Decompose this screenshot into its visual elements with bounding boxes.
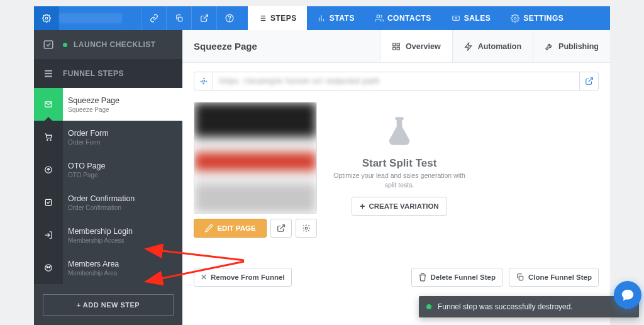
step-title: Order Form [68,129,177,138]
page-settings-button[interactable] [296,219,317,238]
btn-label: EDIT PAGE [217,224,255,232]
svg-point-26 [45,265,52,272]
create-variation-button[interactable]: + CREATE VARIATION [352,197,447,216]
btn-label: Remove From Funnel [211,273,285,281]
tab-steps[interactable]: STEPS [248,6,307,30]
svg-point-22 [47,140,48,140]
tab-stats[interactable]: STATS [307,6,365,30]
step-title: Order Confirmation [68,194,177,203]
login-icon [44,231,53,240]
step-title: Members Area [68,260,177,268]
section-label: LAUNCH CHECKLIST [74,40,156,49]
step-order-form[interactable]: Order FormOrder Form [34,121,182,153]
launch-checklist[interactable]: LAUNCH CHECKLIST [34,30,182,59]
flask-icon [333,114,465,155]
brand-gear[interactable] [34,6,59,30]
svg-point-34 [305,227,308,229]
svg-rect-17 [44,41,53,48]
svg-point-15 [455,18,457,19]
tab-label: CONTACTS [387,14,431,23]
svg-rect-30 [397,43,399,45]
menu-icon [43,68,54,79]
svg-rect-14 [452,16,459,21]
btn-label: CREATE VARIATION [369,202,439,210]
bar-chart-icon [317,14,326,23]
cart-icon [44,133,53,141]
svg-rect-25 [45,199,51,205]
help-icon[interactable] [216,6,242,30]
tab-sales[interactable]: SALES [441,6,501,30]
topbar-mini-icons [141,6,242,30]
toast-status-dot [426,304,431,309]
tab-label: SETTINGS [523,14,564,23]
dashboard-icon [44,263,53,272]
svg-point-13 [377,15,380,18]
page-thumbnail[interactable] [194,102,317,214]
chat-icon [621,288,635,302]
gear-icon [42,14,51,23]
external-icon [277,224,286,233]
status-dot [63,43,67,47]
step-members-area[interactable]: Members AreaMembership Area [34,251,182,284]
gear-icon [199,77,208,85]
svg-rect-31 [393,47,396,50]
step-title: Membership Login [68,227,177,236]
funnel-name-blurred [59,6,141,30]
copy-icon[interactable] [166,6,191,30]
svg-point-0 [45,17,48,19]
split-test-subtitle: Optimize your lead and sales generation … [333,171,465,189]
page-title: Squeeze Page [182,30,380,62]
toast: Funnel step was successfully destroyed. … [419,296,639,317]
open-page-button[interactable] [270,219,292,238]
chat-bubble[interactable] [614,281,641,309]
url-settings[interactable] [194,72,213,90]
tab-contacts[interactable]: CONTACTS [365,6,441,30]
main-header: Squeeze Page Overview Automation Publish… [182,30,610,63]
tab-settings[interactable]: SETTINGS [501,6,574,30]
tab-label: SALES [464,14,491,23]
edit-page-button[interactable]: EDIT PAGE [194,219,267,238]
users-icon [375,14,384,23]
svg-rect-32 [397,47,399,50]
url-open[interactable] [579,72,598,90]
delete-funnel-step-button[interactable]: Delete Funnel Step [411,268,503,287]
main-area: Squeeze Page Overview Automation Publish… [182,30,610,325]
subtab-automation[interactable]: Automation [452,30,533,62]
arrow-up-icon [44,165,53,174]
pencil-icon [204,224,213,233]
split-test-panel: Start Split Test Optimize your lead and … [333,102,465,238]
subtab-label: Automation [478,42,521,51]
gear-icon [511,14,519,23]
svg-point-28 [50,267,50,267]
step-subtitle: Membership Access [68,237,177,244]
step-membership-login[interactable]: Membership LoginMembership Access [34,219,182,251]
step-subtitle: Squeeze Page [68,106,177,113]
grid-icon [392,42,401,51]
btn-label: Delete Funnel Step [431,273,496,281]
tab-label: STEPS [270,14,297,23]
toast-message: Funnel step was successfully destroyed. [438,302,573,311]
svg-point-3 [229,20,230,21]
subtab-label: Overview [406,42,441,51]
step-title: OTO Page [68,162,177,170]
section-label: FUNNEL STEPS [63,69,124,78]
list-icon [258,14,267,23]
subtab-overview[interactable]: Overview [380,30,452,62]
step-squeeze-page[interactable]: Squeeze PageSqueeze Page [34,88,182,121]
gear-icon [302,224,311,233]
add-new-step-button[interactable]: + ADD NEW STEP [43,294,174,316]
clone-funnel-step-button[interactable]: Clone Funnel Step [509,268,599,287]
dollar-icon [452,14,460,23]
btn-label: Clone Funnel Step [528,273,592,281]
subtab-publishing[interactable]: Publishing [533,30,610,62]
funnel-steps[interactable]: FUNNEL STEPS [34,59,182,88]
step-oto-page[interactable]: OTO PageOTO Page [34,153,182,186]
step-order-confirmation[interactable]: Order ConfirmationOrder Confirmation [34,186,182,219]
external-icon[interactable] [191,6,216,30]
external-icon [585,77,594,85]
link-icon[interactable] [141,6,166,30]
subtab-label: Publishing [558,42,599,51]
steps-list: Squeeze PageSqueeze Page Order FormOrder… [34,88,182,284]
remove-from-funnel-button[interactable]: ✕ Remove From Funnel [194,268,292,287]
step-subtitle: Membership Area [68,270,177,277]
